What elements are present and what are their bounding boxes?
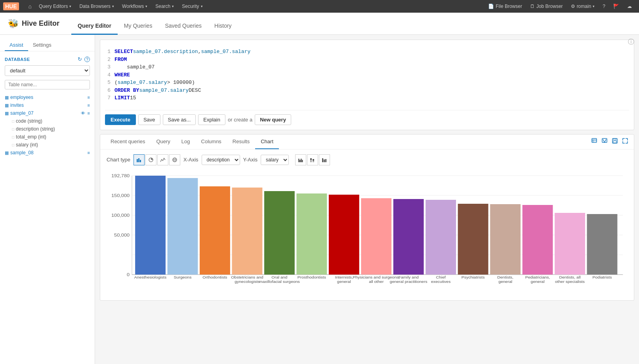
help-nav[interactable]: ?	[599, 0, 609, 13]
svg-text:50,000: 50,000	[114, 232, 130, 237]
user-menu-nav[interactable]: ⚙ romain ▾	[567, 0, 599, 13]
nav-data-browsers[interactable]: Data Browsers ▾	[75, 0, 118, 13]
table-menu-icon[interactable]: ≡	[88, 95, 90, 100]
download-excel-icon[interactable]	[601, 137, 608, 146]
explain-button[interactable]: Explain	[198, 114, 225, 125]
chart-controls: Chart type	[107, 154, 628, 165]
tab-my-queries[interactable]: My Queries	[118, 13, 159, 35]
expand-icon[interactable]	[621, 137, 629, 146]
refresh-icon[interactable]: ↻	[78, 56, 82, 62]
tab-log[interactable]: Log	[176, 135, 196, 149]
new-query-button[interactable]: New query	[255, 114, 291, 125]
chart-type-pie-icon[interactable]	[145, 154, 156, 165]
svg-rect-64	[523, 205, 553, 275]
tab-recent-queries[interactable]: Recent queries	[105, 135, 151, 149]
chart-style-grouped-icon[interactable]	[295, 154, 306, 165]
col-total-emp[interactable]: □ total_emp (int)	[12, 133, 90, 141]
table-icon: ▦	[5, 150, 9, 155]
tab-query[interactable]: Query	[151, 135, 175, 149]
code-line-5: 5 ( sample_07.salary > 100000)	[105, 79, 629, 87]
download-csv-icon[interactable]	[590, 137, 598, 146]
svg-text:Pediatricians,general: Pediatricians,general	[525, 275, 550, 283]
svg-text:Dentists,general: Dentists,general	[497, 275, 513, 283]
chart-type-bar-icon[interactable]	[134, 154, 145, 165]
nav-security[interactable]: Security ▾	[178, 0, 206, 13]
eye-icon[interactable]: 👁	[81, 111, 85, 116]
query-editor-panel: ⓘ 1 SELECT sample_07.description, sample…	[100, 40, 634, 130]
save-icon[interactable]	[611, 137, 619, 146]
nav-search[interactable]: Search ▾	[151, 0, 178, 13]
chart-type-map-icon[interactable]	[169, 154, 180, 165]
main-layout: Assist Settings DATABASE ↻ ? defaulttest…	[0, 35, 639, 364]
tab-columns[interactable]: Columns	[196, 135, 227, 149]
execute-button[interactable]: Execute	[105, 114, 136, 125]
editor-help-button[interactable]: ⓘ	[628, 38, 634, 46]
table-menu-icon[interactable]: ≡	[88, 150, 90, 155]
svg-rect-19	[301, 159, 302, 162]
tab-saved-queries[interactable]: Saved Queries	[158, 13, 208, 35]
help-icon[interactable]: ?	[84, 57, 90, 62]
code-line-1: 1 SELECT sample_07.description, sample_0…	[105, 48, 629, 56]
sidebar-tab-assist[interactable]: Assist	[5, 40, 28, 51]
svg-line-5	[603, 139, 605, 142]
sidebar-tab-settings[interactable]: Settings	[28, 40, 56, 51]
app-header: 🐝 Hive Editor Query Editor My Queries Sa…	[0, 13, 639, 35]
tab-chart[interactable]: Chart	[255, 135, 279, 149]
chart-container: Chart type	[100, 150, 634, 300]
nav-workflows[interactable]: Workflows ▾	[118, 0, 151, 13]
svg-text:Dentists, allother specialists: Dentists, allother specialists	[555, 275, 585, 283]
tab-history[interactable]: History	[208, 13, 238, 35]
table-search-input[interactable]	[5, 80, 90, 89]
tab-query-editor[interactable]: Query Editor	[71, 13, 118, 35]
column-icon: □	[12, 127, 14, 131]
chart-style-stacked-icon[interactable]	[307, 154, 318, 165]
x-axis-select[interactable]: description	[202, 155, 240, 165]
home-nav-item[interactable]: ⌂	[25, 3, 35, 9]
database-select[interactable]: defaulttestsample	[5, 65, 90, 76]
table-sample07[interactable]: ▦ sample_07 👁 ≡	[5, 109, 90, 117]
chevron-down-icon: ▾	[172, 4, 174, 8]
save-as-button[interactable]: Save as...	[163, 114, 196, 125]
table-menu-icon[interactable]: ≡	[88, 103, 90, 108]
table-employees[interactable]: ▦ employees ≡	[5, 93, 90, 101]
table-invites[interactable]: ▦ invites ≡	[5, 101, 90, 109]
column-icon: □	[12, 143, 14, 147]
chart-style-multibar-icon[interactable]	[319, 154, 330, 165]
code-editor[interactable]: 1 SELECT sample_07.description, sample_0…	[105, 45, 629, 105]
y-axis-select[interactable]: salary	[261, 155, 289, 165]
app-logo-header: 🐝 Hive Editor	[8, 19, 59, 29]
chevron-down-icon: ▾	[145, 4, 147, 8]
svg-text:Internists,general: Internists,general	[335, 275, 353, 283]
table-menu-icon[interactable]: ≡	[88, 111, 90, 116]
chart-style-icons	[295, 154, 330, 165]
svg-text:192,780: 192,780	[111, 173, 130, 178]
svg-rect-44	[200, 186, 230, 275]
col-salary[interactable]: □ salary (int)	[12, 141, 90, 149]
sidebar-database-section: DATABASE ↻ ? defaulttestsample ▦ employe…	[0, 56, 95, 157]
col-description[interactable]: □ description (string)	[12, 125, 90, 133]
col-code[interactable]: □ code (string)	[12, 117, 90, 125]
flag-nav[interactable]: 🚩	[609, 0, 623, 13]
database-label: DATABASE	[5, 57, 75, 62]
results-action-buttons	[590, 137, 629, 146]
save-button[interactable]: Save	[138, 114, 160, 125]
table-sample08[interactable]: ▦ sample_08 ≡	[5, 149, 90, 157]
app-logo: HUE	[3, 2, 21, 10]
sample07-children: □ code (string) □ description (string) □…	[5, 117, 90, 149]
svg-text:Podiatrists: Podiatrists	[593, 275, 612, 279]
top-nav: HUE ⌂ Query Editors ▾ Data Browsers ▾ Wo…	[0, 0, 639, 13]
svg-rect-27	[325, 159, 326, 162]
svg-text:Prosthodontists: Prosthodontists	[298, 275, 326, 279]
nav-query-editors[interactable]: Query Editors ▾	[35, 0, 75, 13]
code-line-2: 2 FROM	[105, 56, 629, 64]
job-browser-nav[interactable]: 🗒 Job Browser	[526, 0, 567, 13]
file-browser-nav[interactable]: 📄 File Browser	[484, 0, 526, 13]
or-create-text: or create a	[228, 117, 252, 123]
file-icon: 📄	[488, 4, 494, 9]
cloud-nav[interactable]: ☁	[623, 0, 636, 13]
tab-results[interactable]: Results	[227, 135, 255, 149]
svg-rect-48	[264, 191, 295, 275]
svg-text:Psychiatrists: Psychiatrists	[462, 275, 485, 279]
chart-type-line-icon[interactable]	[157, 154, 168, 165]
svg-text:Surgeons: Surgeons	[174, 275, 192, 279]
